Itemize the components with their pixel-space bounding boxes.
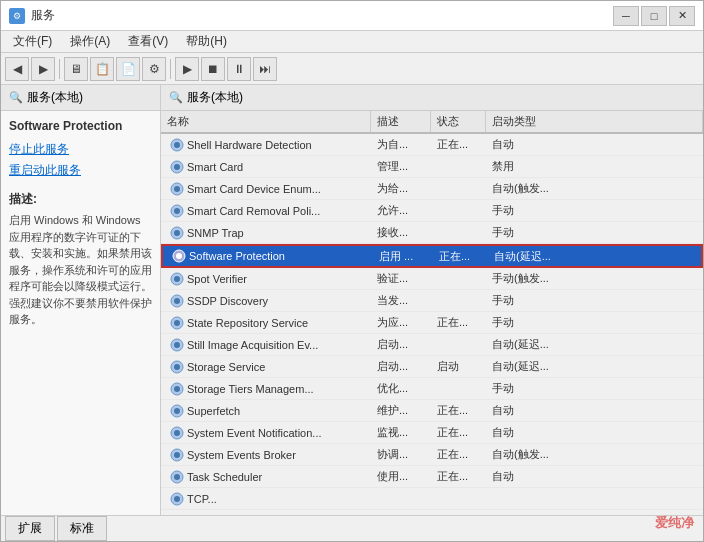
back-button[interactable]: ◀: [5, 57, 29, 81]
service-name-text: Smart Card: [187, 161, 243, 173]
left-panel-header: 🔍 服务(本地): [1, 85, 160, 111]
menu-file[interactable]: 文件(F): [5, 31, 60, 52]
service-status-cell: 正在...: [431, 467, 486, 486]
table-row[interactable]: Spot Verifier验证...手动(触发...: [161, 268, 703, 290]
service-actions: 停止此服务 重启动此服务: [9, 141, 152, 179]
table-row[interactable]: Software Protection启用 ...正在...自动(延迟...: [161, 244, 703, 268]
service-icon: [169, 203, 185, 219]
service-startup-cell: 自动(延迟...: [488, 247, 701, 266]
svg-point-1: [174, 142, 180, 148]
service-name-cell: Spot Verifier: [161, 269, 371, 289]
service-name-text: State Repository Service: [187, 317, 308, 329]
col-header-status[interactable]: 状态: [431, 111, 486, 132]
table-row[interactable]: Storage Service启动...启动自动(延迟...: [161, 356, 703, 378]
svg-point-31: [174, 474, 180, 480]
table-row[interactable]: Task Scheduler使用...正在...自动: [161, 466, 703, 488]
table-row[interactable]: Smart Card管理...禁用: [161, 156, 703, 178]
service-name-text: Software Protection: [189, 250, 285, 262]
table-row[interactable]: System Event Notification...监视...正在...自动: [161, 422, 703, 444]
service-name-cell: Smart Card: [161, 157, 371, 177]
service-desc-cell: 为应...: [371, 313, 431, 332]
table-header: 名称 描述 状态 启动类型: [161, 111, 703, 134]
svg-point-9: [174, 230, 180, 236]
show-hide-button[interactable]: 🖥: [64, 57, 88, 81]
service-startup-cell: 手动: [486, 223, 703, 242]
service-name-text: Storage Service: [187, 361, 265, 373]
table-row[interactable]: SSDP Discovery当发...手动: [161, 290, 703, 312]
tab-expand[interactable]: 扩展: [5, 516, 55, 541]
service-startup-cell: 手动: [486, 313, 703, 332]
table-row[interactable]: Smart Card Removal Poli...允许...手动: [161, 200, 703, 222]
table-row[interactable]: Shell Hardware Detection为自...正在...自动: [161, 134, 703, 156]
service-startup-cell: 自动: [486, 135, 703, 154]
service-icon: [169, 447, 185, 463]
toolbar: ◀ ▶ 🖥 📋 📄 ⚙ ▶ ⏹ ⏸ ⏭: [1, 53, 703, 85]
svg-point-13: [174, 276, 180, 282]
tab-standard[interactable]: 标准: [57, 516, 107, 541]
service-status-cell: 正在...: [431, 445, 486, 464]
table-row[interactable]: System Events Broker协调...正在...自动(触发...: [161, 444, 703, 466]
service-startup-cell: 自动(触发...: [486, 445, 703, 464]
properties-button[interactable]: ⚙: [142, 57, 166, 81]
service-desc-cell: 当发...: [371, 291, 431, 310]
menu-view[interactable]: 查看(V): [120, 31, 176, 52]
table-row[interactable]: Smart Card Device Enum...为给...自动(触发...: [161, 178, 703, 200]
service-icon: [169, 137, 185, 153]
service-icon: [169, 159, 185, 175]
left-panel-title: 服务(本地): [27, 89, 83, 106]
bottom-bar: 扩展 标准: [1, 515, 703, 541]
table-row[interactable]: Still Image Acquisition Ev...启动...自动(延迟.…: [161, 334, 703, 356]
restart-button[interactable]: ⏭: [253, 57, 277, 81]
stop-button[interactable]: ⏹: [201, 57, 225, 81]
service-name-cell: TCP...: [161, 489, 371, 509]
service-desc-cell: 启动...: [371, 335, 431, 354]
service-icon: [169, 491, 185, 507]
service-status-cell: 正在...: [431, 423, 486, 442]
col-header-desc[interactable]: 描述: [371, 111, 431, 132]
table-row[interactable]: SNMP Trap接收...手动: [161, 222, 703, 244]
svg-point-5: [174, 186, 180, 192]
service-name-text: Storage Tiers Managem...: [187, 383, 314, 395]
menu-bar: 文件(F) 操作(A) 查看(V) 帮助(H): [1, 31, 703, 53]
svg-point-25: [174, 408, 180, 414]
service-status-cell: 正在...: [433, 247, 488, 266]
close-button[interactable]: ✕: [669, 6, 695, 26]
service-name-text: Task Scheduler: [187, 471, 262, 483]
table-row[interactable]: Storage Tiers Managem...优化...手动: [161, 378, 703, 400]
service-status-cell: 正在...: [431, 401, 486, 420]
service-rows-container: Shell Hardware Detection为自...正在...自动Smar…: [161, 134, 703, 510]
play-button[interactable]: ▶: [175, 57, 199, 81]
service-icon: [169, 403, 185, 419]
service-name-text: SSDP Discovery: [187, 295, 268, 307]
window-title: 服务: [31, 7, 55, 24]
title-bar-left: ⚙ 服务: [9, 7, 55, 24]
service-icon: [169, 271, 185, 287]
service-status-cell: [431, 187, 486, 191]
service-name-cell: Smart Card Device Enum...: [161, 179, 371, 199]
col-header-startup[interactable]: 启动类型: [486, 111, 703, 132]
service-table[interactable]: 名称 描述 状态 启动类型 Shell Hardware Detection为自…: [161, 111, 703, 515]
menu-action[interactable]: 操作(A): [62, 31, 118, 52]
stop-service-link[interactable]: 停止此服务: [9, 141, 152, 158]
pause-button[interactable]: ⏸: [227, 57, 251, 81]
copy-button[interactable]: 📋: [90, 57, 114, 81]
service-startup-cell: 禁用: [486, 157, 703, 176]
service-icon: [169, 469, 185, 485]
service-desc-cell: 维护...: [371, 401, 431, 420]
service-desc-cell: 优化...: [371, 379, 431, 398]
menu-help[interactable]: 帮助(H): [178, 31, 235, 52]
maximize-button[interactable]: □: [641, 6, 667, 26]
window-icon: ⚙: [9, 8, 25, 24]
service-name-cell: Task Scheduler: [161, 467, 371, 487]
service-icon: [169, 293, 185, 309]
forward-button[interactable]: ▶: [31, 57, 55, 81]
service-desc-cell: [371, 497, 431, 501]
restart-service-link[interactable]: 重启动此服务: [9, 162, 152, 179]
table-row[interactable]: TCP...: [161, 488, 703, 510]
table-row[interactable]: Superfetch维护...正在...自动: [161, 400, 703, 422]
col-header-name[interactable]: 名称: [161, 111, 371, 132]
new-button[interactable]: 📄: [116, 57, 140, 81]
service-startup-cell: 自动: [486, 401, 703, 420]
minimize-button[interactable]: ─: [613, 6, 639, 26]
table-row[interactable]: State Repository Service为应...正在...手动: [161, 312, 703, 334]
